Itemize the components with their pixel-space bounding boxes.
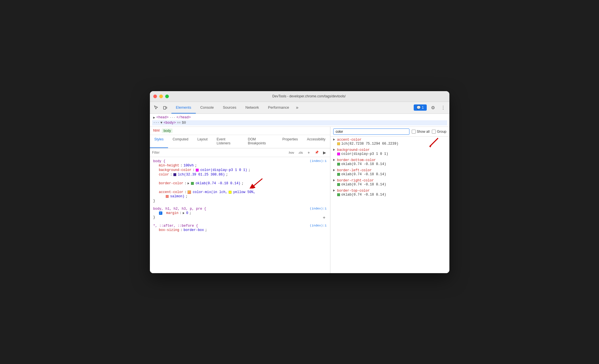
- add-style-icon[interactable]: +: [306, 149, 312, 156]
- tab-sources[interactable]: Sources: [218, 102, 241, 114]
- accent-expand-icon[interactable]: [333, 138, 336, 141]
- body-h-source[interactable]: (index):1: [310, 207, 326, 210]
- computed-border-right[interactable]: border-right-color oklab(0.74 -0.18 0.14…: [330, 177, 449, 188]
- accent-color-cont: salmon) ;: [153, 194, 327, 198]
- body-h-rule-header: body, h1, h2, h3, p, pre { (index):1: [153, 207, 327, 211]
- computed-filter-bar: Show all Group: [330, 127, 449, 137]
- notification-button[interactable]: 💬 1: [414, 104, 426, 111]
- border-color-expand[interactable]: [188, 182, 189, 185]
- head-dom-row[interactable]: ▶ <head> ··· </head>: [152, 115, 447, 120]
- body-h-close: } +: [153, 215, 327, 220]
- breadcrumb-html[interactable]: html: [153, 129, 160, 133]
- yellow-swatch[interactable]: [229, 191, 231, 194]
- arrow-right-1: [425, 137, 441, 151]
- border-color-swatch[interactable]: [191, 182, 194, 185]
- color-swatch[interactable]: [173, 173, 176, 176]
- new-style-rule-icon[interactable]: 📌: [314, 149, 320, 156]
- min-height-prop: min-height : 100vh ;: [153, 163, 327, 168]
- more-options-icon[interactable]: ⋮: [439, 104, 447, 112]
- breadcrumb: html body: [150, 127, 330, 135]
- computed-props-list: accent-color lch(82.7238 75.1294 66.2239…: [330, 137, 449, 273]
- cls-button[interactable]: .cls: [297, 150, 304, 155]
- margin-prop: ✓ margin : 0 ;: [153, 211, 327, 215]
- border-right-expand-icon[interactable]: [333, 179, 336, 181]
- group-checkbox[interactable]: [432, 130, 436, 134]
- color-prop: color : lch(32.39 61.25 308.86) ;: [153, 172, 327, 177]
- computed-border-left[interactable]: border-left-color oklab(0.74 -0.18 0.14): [330, 167, 449, 177]
- computed-border-bottom[interactable]: border-bottom-color oklab(0.74 -0.18 0.1…: [330, 157, 449, 167]
- border-left-swatch[interactable]: [337, 173, 340, 176]
- computed-border-top[interactable]: border-top-color oklab(0.74 -0.18 0.14): [330, 188, 449, 198]
- accent-computed-swatch[interactable]: [337, 142, 340, 145]
- settings-icon[interactable]: ⚙: [429, 104, 437, 112]
- right-panel: Show all Group accent-color: [330, 127, 449, 273]
- breadcrumb-body[interactable]: body: [162, 129, 173, 133]
- filter-input[interactable]: [152, 151, 286, 155]
- bg-expand-icon[interactable]: [333, 148, 336, 151]
- body-selector: body {: [153, 159, 165, 163]
- tab-network[interactable]: Network: [241, 102, 264, 114]
- bg-color-swatch[interactable]: [196, 169, 199, 172]
- computed-filter-input[interactable]: [333, 129, 409, 135]
- tab-elements[interactable]: Elements: [171, 102, 196, 114]
- margin-checkbox[interactable]: ✓: [159, 211, 162, 215]
- body-h-css-rule: body, h1, h2, h3, p, pre { (index):1 ✓ m…: [153, 207, 327, 220]
- tab-event-listeners[interactable]: Event Listeners: [212, 135, 243, 148]
- panel-tabs: Styles Computed Layout Event Listeners D…: [150, 135, 330, 148]
- bg-computed-swatch[interactable]: [337, 153, 340, 155]
- body-css-rule: body { (index):1 min-height : 100vh ; ba…: [153, 159, 327, 204]
- hov-button[interactable]: :hov: [287, 150, 295, 155]
- border-color-prop: border-color : oklab(0.74 -0.18 0.14) ;: [153, 177, 327, 190]
- star-rule-header: *, ::after, ::before { (index):1: [153, 224, 327, 228]
- add-property-btn[interactable]: +: [322, 215, 327, 220]
- bg-color-prop: background-color : color(display-p3 1 0 …: [153, 168, 327, 172]
- tab-console[interactable]: Console: [196, 102, 218, 114]
- toolbar-icons: [152, 104, 169, 112]
- toolbar-right: 💬 1 ⚙ ⋮: [414, 104, 447, 112]
- devtools-toolbar: Elements Console Sources Network Perform…: [150, 102, 449, 114]
- close-button[interactable]: [153, 95, 157, 98]
- tab-styles[interactable]: Styles: [150, 135, 168, 148]
- filter-bar: :hov .cls + 📌 ▶: [150, 148, 330, 157]
- svg-rect-1: [166, 107, 167, 108]
- border-right-swatch[interactable]: [337, 183, 340, 186]
- accent-color-prop: accent-color : color-mix(in lch, yellow …: [153, 190, 327, 194]
- tab-accessibility[interactable]: Accessibility: [302, 135, 330, 148]
- devtools-window: DevTools - developer.chrome.com/tags/dev…: [150, 91, 449, 273]
- toggle-changes-icon[interactable]: ▶: [322, 149, 328, 156]
- tab-performance[interactable]: Performance: [264, 102, 294, 114]
- border-left-expand-icon[interactable]: [333, 168, 336, 171]
- tab-dom-breakpoints[interactable]: DOM Breakpoints: [243, 135, 278, 148]
- star-source[interactable]: (index):1: [310, 224, 326, 227]
- margin-expand[interactable]: [183, 212, 184, 214]
- border-top-swatch[interactable]: [337, 193, 340, 196]
- maximize-button[interactable]: [165, 95, 169, 98]
- device-toggle-icon[interactable]: [161, 104, 169, 112]
- css-content: body { (index):1 min-height : 100vh ; ba…: [150, 157, 330, 273]
- title-bar: DevTools - developer.chrome.com/tags/dev…: [150, 91, 449, 102]
- main-content: html body Styles Computed Layout Event L…: [150, 127, 449, 273]
- group-group: Group: [432, 130, 446, 134]
- box-sizing-prop: box-sizing : border-box ;: [153, 228, 327, 232]
- computed-accent-color[interactable]: accent-color lch(82.7238 75.1294 66.2239…: [330, 137, 449, 147]
- body-dom-row[interactable]: ··· ▼ <body> == $0: [152, 120, 447, 125]
- tab-properties[interactable]: Properties: [278, 135, 302, 148]
- dom-viewer: ▶ <head> ··· </head> ··· ▼ <body> == $0: [150, 114, 449, 127]
- inspect-icon[interactable]: [152, 104, 160, 112]
- accent-color-swatch[interactable]: [188, 190, 191, 194]
- tab-layout[interactable]: Layout: [193, 135, 212, 148]
- arrow-annotation-1: [248, 177, 265, 190]
- svg-rect-0: [163, 106, 166, 109]
- group-label: Group: [437, 130, 446, 134]
- tab-computed[interactable]: Computed: [168, 135, 193, 148]
- window-title: DevTools - developer.chrome.com/tags/dev…: [172, 94, 446, 98]
- border-bottom-expand-icon[interactable]: [333, 158, 336, 161]
- border-top-expand-icon[interactable]: [333, 189, 336, 192]
- more-tabs-icon[interactable]: »: [294, 105, 301, 110]
- show-all-checkbox[interactable]: [412, 130, 416, 134]
- body-source[interactable]: (index):1: [310, 159, 326, 163]
- salmon-swatch[interactable]: [166, 195, 169, 198]
- border-bottom-swatch[interactable]: [337, 163, 340, 166]
- star-css-rule: *, ::after, ::before { (index):1 box-siz…: [153, 224, 327, 232]
- minimize-button[interactable]: [159, 95, 163, 98]
